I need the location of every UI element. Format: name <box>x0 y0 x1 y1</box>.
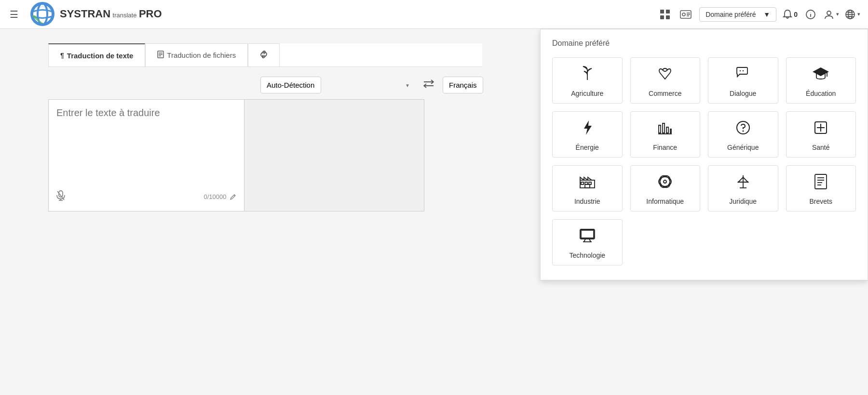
source-text-panel: 0/10000 <box>48 99 244 211</box>
industrie-icon <box>579 173 596 194</box>
domain-item-informatique[interactable]: Informatique <box>630 165 701 211</box>
domain-dropdown-title: Domaine préféré <box>552 39 856 48</box>
tab-text-translation[interactable]: ¶ Traduction de texte <box>48 43 145 66</box>
svg-rect-2 <box>660 10 664 13</box>
domain-grid: Agriculture Commerce Dialogue Éducation … <box>552 57 856 265</box>
energie-label: Énergie <box>576 144 599 151</box>
notification-button[interactable]: 0 <box>782 9 798 20</box>
domain-item-technologie[interactable]: Technologie <box>552 219 623 265</box>
grid-button[interactable] <box>658 7 672 22</box>
education-label: Éducation <box>806 90 836 97</box>
dropdown-arrow-icon: ▼ <box>763 11 770 18</box>
generique-label: Générique <box>727 144 759 151</box>
info-button[interactable] <box>803 7 818 22</box>
hamburger-icon: ☰ <box>10 9 18 20</box>
target-language-select[interactable]: Français <box>443 77 483 93</box>
generique-icon <box>735 119 751 140</box>
domain-item-agriculture[interactable]: Agriculture <box>552 57 623 104</box>
nav-right: Domaine préféré ▼ 0 ▾ <box>658 7 860 22</box>
agriculture-icon <box>579 66 596 86</box>
domain-item-commerce[interactable]: Commerce <box>630 57 701 104</box>
tab-text-label: Traduction de texte <box>67 52 134 60</box>
tab-file-label: Traduction de fichiers <box>167 51 236 59</box>
logo-icon <box>28 1 57 27</box>
svg-point-41 <box>659 177 671 186</box>
domain-item-sante[interactable]: Santé <box>786 111 856 158</box>
contact-card-icon <box>680 10 692 19</box>
informatique-label: Informatique <box>646 198 684 205</box>
svg-rect-3 <box>666 10 670 13</box>
juridique-icon <box>735 173 751 194</box>
char-count-text: 0/10000 <box>204 193 227 200</box>
svg-point-45 <box>738 182 738 183</box>
translation-panels: 0/10000 <box>48 99 424 211</box>
tab-file-translation[interactable]: Traduction de fichiers <box>145 43 248 66</box>
svg-rect-53 <box>581 230 594 238</box>
svg-rect-52 <box>580 229 595 239</box>
target-text-panel <box>244 99 425 211</box>
domain-item-juridique[interactable]: Juridique <box>708 165 778 211</box>
logo-area: SYSTRAN translate PRO <box>28 1 658 27</box>
domain-item-energie[interactable]: Énergie <box>552 111 623 158</box>
industrie-label: Industrie <box>574 198 600 205</box>
info-icon <box>805 9 816 20</box>
hamburger-button[interactable]: ☰ <box>8 7 20 22</box>
svg-point-46 <box>747 182 748 183</box>
brevets-icon <box>813 173 829 194</box>
finance-label: Finance <box>653 144 677 151</box>
sante-icon <box>813 119 829 140</box>
dialogue-label: Dialogue <box>730 90 756 97</box>
globe-arrow-icon: ▾ <box>857 11 860 17</box>
domain-item-finance[interactable]: Finance <box>630 111 701 158</box>
globe-icon <box>845 9 855 20</box>
svg-marker-30 <box>584 120 592 135</box>
logo-systran-text: SYSTRAN translate PRO <box>60 8 162 20</box>
user-button[interactable]: ▾ <box>824 9 839 20</box>
tab-link[interactable] <box>248 43 280 66</box>
logo-text: SYSTRAN translate PRO <box>60 8 162 20</box>
domain-item-generique[interactable]: Générique <box>708 111 778 158</box>
microphone-button[interactable] <box>56 190 65 203</box>
svg-rect-47 <box>815 174 827 189</box>
navbar: ☰ SYSTRAN translate PRO <box>0 0 868 29</box>
svg-rect-5 <box>666 15 670 19</box>
sante-label: Santé <box>812 144 830 151</box>
brevets-label: Brevets <box>810 198 832 205</box>
source-language-select[interactable]: Auto-Détection <box>260 77 321 93</box>
finance-icon <box>657 119 673 140</box>
svg-point-27 <box>740 70 741 71</box>
svg-point-44 <box>664 180 666 183</box>
energie-icon <box>579 119 596 140</box>
domain-dropdown-button[interactable]: Domaine préféré ▼ <box>699 7 776 22</box>
swap-languages-button[interactable] <box>420 78 438 92</box>
domain-dropdown-label: Domaine préféré <box>705 11 756 18</box>
tabs-bar: ¶ Traduction de texte Traduction de fich… <box>48 43 482 67</box>
file-icon <box>157 51 164 60</box>
domain-item-education[interactable]: Éducation <box>786 57 856 104</box>
juridique-label: Juridique <box>729 198 757 205</box>
svg-point-28 <box>743 70 744 71</box>
dialogue-icon <box>735 66 751 86</box>
svg-point-32 <box>742 131 744 132</box>
technologie-label: Technologie <box>569 251 605 259</box>
commerce-icon <box>657 66 673 86</box>
svg-point-13 <box>811 12 811 13</box>
informatique-icon <box>657 173 673 194</box>
svg-point-43 <box>658 174 672 190</box>
domain-item-industrie[interactable]: Industrie <box>552 165 623 211</box>
domain-item-dialogue[interactable]: Dialogue <box>708 57 778 104</box>
bell-icon <box>782 9 793 20</box>
card-button[interactable] <box>678 8 693 21</box>
technologie-icon <box>579 227 596 248</box>
microphone-icon <box>56 190 65 201</box>
globe-button[interactable]: ▾ <box>845 9 860 20</box>
source-text-input[interactable] <box>56 107 236 184</box>
svg-rect-4 <box>660 15 664 19</box>
domain-item-brevets[interactable]: Brevets <box>786 165 856 211</box>
source-text-footer: 0/10000 <box>56 186 236 203</box>
education-icon <box>813 66 829 86</box>
notification-count: 0 <box>794 11 798 18</box>
agriculture-label: Agriculture <box>571 90 603 97</box>
svg-rect-37 <box>581 182 583 184</box>
svg-point-14 <box>827 11 831 15</box>
